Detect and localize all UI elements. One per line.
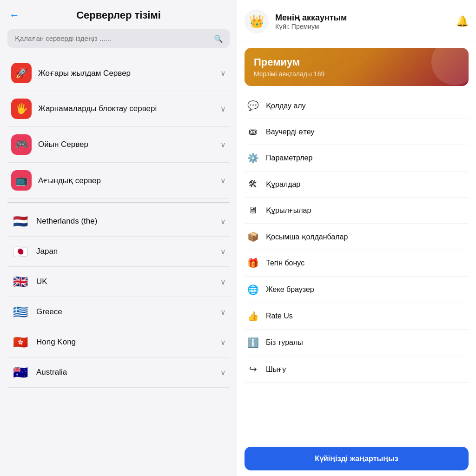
search-bar: 🔍 [7, 29, 230, 48]
country-name-greece: Greece [36, 307, 220, 317]
browser-icon: 🌐 [246, 284, 259, 295]
fast-server-name: Жоғары жылдам Сервер [38, 68, 220, 78]
bell-icon[interactable]: 🔔 [456, 15, 469, 27]
fast-server-icon: 🚀 [11, 63, 32, 83]
chevron-icon-uk: ∨ [220, 278, 226, 286]
menu-label-settings: Параметрлер [266, 154, 312, 162]
chevron-icon-0: ∨ [220, 69, 226, 78]
country-item-australia[interactable]: 🇦🇺 Australia ∨ [7, 357, 230, 388]
chevron-icon-au: ∨ [220, 368, 226, 377]
flag-greece: 🇬🇷 [11, 305, 30, 318]
menu-label-devices: Құрылғылар [266, 206, 311, 215]
chevron-icon-1: ∨ [220, 105, 226, 113]
flag-netherlands: 🇳🇱 [11, 215, 30, 228]
support-icon: 💬 [246, 100, 259, 111]
crown-emoji: 👑 [249, 14, 264, 29]
flag-japan: 🇯🇵 [11, 245, 30, 258]
premium-label: Премиум [254, 56, 459, 68]
menu-label-rateus: Rate Us [266, 312, 293, 320]
menu-label-browser: Жеке браузер [266, 285, 314, 294]
menu-item-browser[interactable]: 🌐 Жеке браузер [245, 277, 469, 303]
country-name-japan: Japan [36, 247, 220, 256]
streaming-server-icon: 📺 [11, 170, 32, 191]
menu-label-extensions: Қосымша қолданбалар [266, 232, 348, 241]
menu-label-freebonus: Тегін бонус [266, 259, 304, 267]
server-item-adblock[interactable]: 🖐 Жарнамаларды блоктау сервері ∨ [7, 91, 230, 127]
country-item-hongkong[interactable]: 🇭🇰 Hong Kong ∨ [7, 327, 230, 357]
premium-banner[interactable]: Премиум Мерзімі аяқталады 169 [245, 48, 469, 86]
menu-item-settings[interactable]: ⚙️ Параметрлер [245, 145, 469, 172]
chevron-icon-2: ∨ [220, 140, 226, 149]
streaming-server-name: Ағындық сервер [38, 176, 220, 185]
menu-item-rateus[interactable]: 👍 Rate Us [245, 303, 469, 330]
menu-label-logout: Шығу [266, 365, 286, 374]
chevron-icon-3: ∨ [220, 176, 226, 185]
menu-item-extensions[interactable]: 📦 Қосымша қолданбалар [245, 224, 469, 250]
country-name-australia: Australia [36, 368, 220, 377]
server-item-streaming[interactable]: 📺 Ағындық сервер ∨ [7, 163, 230, 198]
flag-uk: 🇬🇧 [11, 275, 30, 288]
tools-icon: 🛠 [246, 179, 259, 190]
logout-icon: ↪ [246, 364, 259, 375]
menu-item-tools[interactable]: 🛠 Құралдар [245, 172, 469, 198]
left-header: ← Серверлер тізімі [0, 0, 237, 29]
account-info: Менің аккаунтым Күйі: Премиум [275, 13, 456, 30]
country-name-netherlands: Netherlands (the) [36, 217, 220, 226]
menu-list: 💬 Қолдау алу 🎟 Ваучерді өтеу ⚙️ Параметр… [237, 93, 476, 441]
menu-item-about[interactable]: ℹ️ Біз туралы [245, 330, 469, 356]
chevron-icon-hk: ∨ [220, 338, 226, 347]
devices-icon: 🖥 [246, 205, 259, 216]
update-button[interactable]: Күйіңізді жаңартыңыз [245, 447, 469, 470]
adblock-server-icon: 🖐 [11, 99, 32, 119]
divider [7, 202, 230, 203]
chevron-icon-nl: ∨ [220, 217, 226, 226]
search-input[interactable] [7, 29, 230, 48]
gaming-server-icon: 🎮 [11, 134, 32, 155]
menu-item-voucher[interactable]: 🎟 Ваучерді өтеу [245, 119, 469, 145]
menu-label-tools: Құралдар [266, 180, 300, 189]
country-name-hongkong: Hong Kong [36, 337, 220, 347]
country-item-japan[interactable]: 🇯🇵 Japan ∨ [7, 237, 230, 267]
page-title: Серверлер тізімі [27, 9, 210, 21]
country-item-greece[interactable]: 🇬🇷 Greece ∨ [7, 297, 230, 327]
flag-hongkong: 🇭🇰 [11, 336, 30, 349]
crown-icon: 👑 [245, 9, 269, 33]
menu-item-logout[interactable]: ↪ Шығу [245, 356, 469, 383]
settings-icon: ⚙️ [246, 152, 259, 164]
chevron-icon-gr: ∨ [220, 308, 226, 317]
menu-item-freebonus[interactable]: 🎁 Тегін бонус [245, 250, 469, 277]
menu-label-support: Қолдау алу [266, 101, 306, 110]
account-name: Менің аккаунтым [275, 13, 456, 23]
menu-item-support[interactable]: 💬 Қолдау алу [245, 93, 469, 119]
freebonus-icon: 🎁 [246, 258, 259, 269]
gaming-server-name: Ойын Сервер [38, 140, 220, 149]
country-item-netherlands[interactable]: 🇳🇱 Netherlands (the) ∨ [7, 206, 230, 237]
flag-australia: 🇦🇺 [11, 366, 30, 379]
menu-item-devices[interactable]: 🖥 Құрылғылар [245, 198, 469, 224]
menu-label-voucher: Ваучерді өтеу [266, 127, 314, 136]
extensions-icon: 📦 [246, 231, 259, 242]
back-button[interactable]: ← [9, 10, 20, 20]
chevron-icon-jp: ∨ [220, 247, 226, 256]
rateus-icon: 👍 [246, 311, 259, 322]
about-icon: ℹ️ [246, 337, 259, 348]
account-status: Күйі: Премиум [275, 23, 456, 30]
server-item-fast[interactable]: 🚀 Жоғары жылдам Сервер ∨ [7, 55, 230, 91]
country-name-uk: UK [36, 277, 220, 286]
search-icon: 🔍 [214, 34, 223, 43]
voucher-icon: 🎟 [246, 126, 259, 137]
premium-expiry: Мерзімі аяқталады 169 [254, 70, 459, 78]
left-panel: ← Серверлер тізімі 🔍 🚀 Жоғары жылдам Сер… [0, 0, 237, 476]
country-item-uk[interactable]: 🇬🇧 UK ∨ [7, 267, 230, 297]
server-item-gaming[interactable]: 🎮 Ойын Сервер ∨ [7, 127, 230, 163]
server-list: 🚀 Жоғары жылдам Сервер ∨ 🖐 Жарнамаларды … [0, 55, 237, 476]
right-panel: 👑 Менің аккаунтым Күйі: Премиум 🔔 Премиу… [237, 0, 476, 476]
adblock-server-name: Жарнамаларды блоктау сервері [38, 104, 220, 113]
account-header: 👑 Менің аккаунтым Күйі: Премиум 🔔 [237, 0, 476, 41]
menu-label-about: Біз туралы [266, 338, 303, 347]
